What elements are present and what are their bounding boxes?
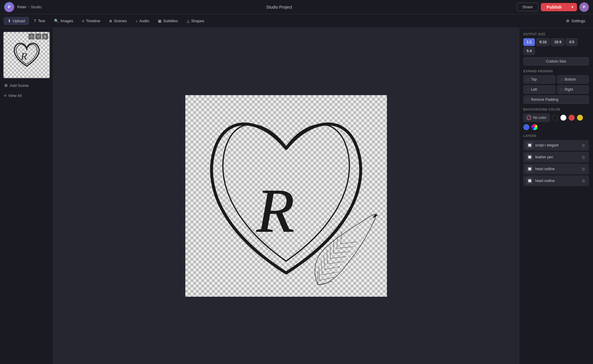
layer-item-feather[interactable]: ⬜ feather pen 🗑 [523,152,589,162]
scenes-icon: ⊕ [109,19,112,23]
svg-line-4 [325,260,340,276]
toolbar-audio[interactable]: ♪ Audio [132,17,153,25]
svg-line-17 [331,236,343,249]
upload-icon: ⬆ [8,19,11,23]
svg-line-9 [341,235,357,251]
color-blue[interactable] [523,124,529,130]
view-all-icon: ≡ [4,93,7,98]
layers-section: LAYERS ⬜ script r elegant 🗑 ⬜ feather pe… [523,134,589,186]
publish-button-group: Publish ▼ [541,3,577,11]
padding-top-button[interactable]: ⬚ Top [523,75,555,84]
remove-padding-button[interactable]: ⬚ Remove Padding [523,95,589,104]
layers-list: ⬜ script r elegant 🗑 ⬜ feather pen 🗑 ⬜ h… [523,140,589,186]
project-title: Studio Project [42,5,517,9]
view-all-button[interactable]: ≡ View All [3,92,50,99]
breadcrumb-sep: › [28,5,29,9]
padding-bottom-button[interactable]: ⬚ Bottom [557,75,589,84]
remove-padding-icon: ⬚ [527,98,529,101]
scene-copy-icon[interactable]: ⧉ [35,33,41,39]
padding-bottom-icon: ⬚ [560,78,563,81]
layer-delete-heart1[interactable]: 🗑 [581,166,586,172]
size-btn-4-5[interactable]: 4:5 [566,38,577,46]
bg-color-section: BACKGROUND COLOR No color [523,108,589,130]
timeline-icon: ≡ [82,19,84,23]
color-multicolor[interactable] [532,124,538,130]
custom-size-button[interactable]: Custom Size [523,57,589,66]
svg-line-16 [327,240,340,253]
color-black[interactable] [552,115,558,121]
canvas-svg: R [185,95,387,297]
add-scene-button[interactable]: ⊕ Add Scene [3,82,50,89]
no-color-icon [527,115,531,120]
breadcrumb-section: Studio [31,5,42,9]
layer-delete-feather[interactable]: 🗑 [581,154,586,160]
toolbar: ⬆ Upload T Text 🔍 Images ≡ Timeline ⊕ Sc… [0,14,593,28]
svg-line-8 [337,239,353,256]
toolbar-timeline[interactable]: ≡ Timeline [78,17,105,25]
svg-text:R: R [20,50,27,62]
logo-avatar[interactable]: P [4,2,14,12]
shapes-icon: △ [187,19,189,23]
layer-thumb-heart2: ⬜ [526,178,533,184]
svg-line-12 [314,260,329,275]
no-color-button[interactable]: No color [523,114,550,122]
scene-menu-icon[interactable]: ☰ [28,33,34,39]
layer-thumb-heart1: ⬜ [526,166,533,172]
toolbar-upload[interactable]: ⬆ Upload [4,17,29,25]
layers-title: LAYERS [523,134,589,138]
svg-line-3 [322,266,337,281]
publish-button[interactable]: Publish [541,3,568,11]
images-icon: 🔍 [54,19,59,23]
canvas-wrapper[interactable]: R [185,95,387,297]
svg-text:R: R [256,176,294,245]
layer-name-feather: feather pen [535,155,578,159]
layer-name-heart1: heart outline [535,167,578,171]
publish-dropdown-arrow[interactable]: ▼ [568,3,577,11]
bg-color-title: BACKGROUND COLOR [523,108,589,111]
layer-name-script: script r elegant [535,143,578,147]
color-white[interactable] [560,115,566,121]
toolbar-subtitles[interactable]: ▦ Subtitles [154,17,182,25]
layer-thumb-feather: ⬜ [526,154,533,160]
size-btn-1-1[interactable]: 1:1 [523,38,535,46]
add-scene-icon: ⊕ [4,83,8,88]
layer-delete-heart2[interactable]: 🗑 [581,178,586,184]
output-size-title: OUTPUT SIZE [523,33,589,36]
size-btn-16-9[interactable]: 16:9 [551,38,565,46]
main-layout: R ☰ ⧉ 🗑 ⊕ Add Scene ≡ View All [0,28,593,364]
padding-left-icon: ⬚ [527,88,529,91]
toolbar-text[interactable]: T Text [30,17,49,25]
audio-icon: ♪ [136,19,138,23]
subtitles-icon: ▦ [158,19,161,23]
layer-item-heart2[interactable]: ⬜ heart outline 🗑 [523,175,589,186]
breadcrumb-user[interactable]: Peter [17,5,26,9]
toolbar-shapes[interactable]: △ Shapes [183,17,208,25]
size-btn-9-16[interactable]: 9:16 [536,38,550,46]
svg-line-15 [323,245,337,259]
color-yellow[interactable] [577,115,583,121]
expand-padding-section: EXPAND PADDING ⬚ Top ⬚ Bottom ⬚ Left ⬚ R… [523,70,589,104]
expand-padding-title: EXPAND PADDING [523,70,589,73]
settings-icon: ⚙ [566,19,570,23]
size-btn-5-4[interactable]: 5:4 [523,47,535,55]
scene-thumbnail[interactable]: R ☰ ⧉ 🗑 [3,31,50,79]
output-size-section: OUTPUT SIZE 1:1 9:16 16:9 4:5 5:4 Custom… [523,33,589,66]
padding-right-button[interactable]: ⬚ Right [557,85,589,94]
text-icon: T [34,19,36,23]
toolbar-images[interactable]: 🔍 Images [50,17,77,25]
layer-item-script[interactable]: ⬜ script r elegant 🗑 [523,140,589,151]
share-button[interactable]: Share [517,3,538,11]
color-red[interactable] [569,115,575,121]
padding-left-button[interactable]: ⬚ Left [523,85,555,94]
toolbar-scenes[interactable]: ⊕ Scenes [105,17,131,25]
layer-thumb-script: ⬜ [526,142,533,149]
svg-line-14 [320,250,334,264]
left-sidebar: R ☰ ⧉ 🗑 ⊕ Add Scene ≡ View All [0,28,53,364]
scene-delete-icon[interactable]: 🗑 [42,33,48,39]
svg-line-10 [311,271,324,285]
padding-right-icon: ⬚ [560,88,563,91]
settings-button[interactable]: ⚙ Settings [562,17,589,25]
layer-item-heart1[interactable]: ⬜ heart outline 🗑 [523,164,589,174]
user-avatar[interactable]: P [579,2,589,12]
layer-delete-script[interactable]: 🗑 [581,143,586,148]
